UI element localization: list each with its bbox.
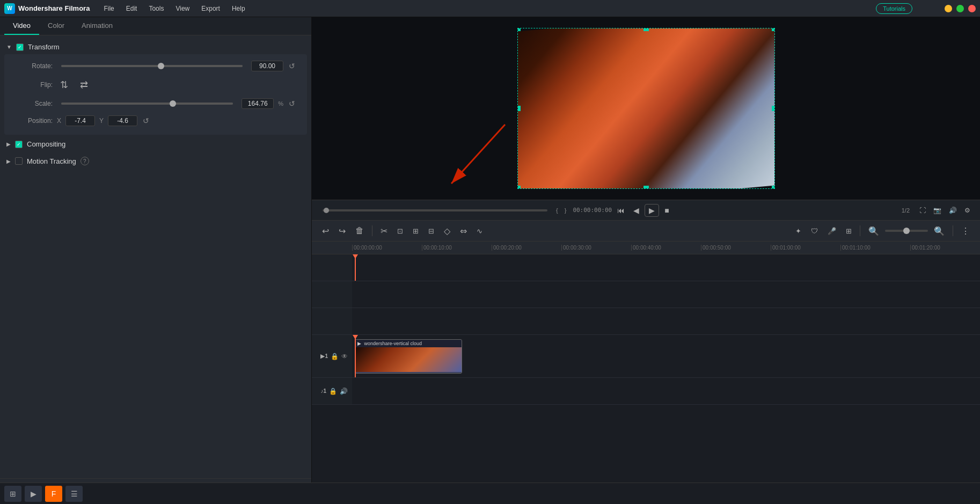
delete-button[interactable]: 🗑: [352, 224, 368, 238]
app-title: Wondershare Filmora: [18, 4, 90, 12]
mic-button[interactable]: 🎤: [824, 225, 840, 237]
minimize-button[interactable]: −: [945, 5, 952, 12]
tab-video[interactable]: Video: [4, 17, 39, 35]
zoom-out-button[interactable]: 🔍: [865, 224, 883, 238]
handle-bottom-mid[interactable]: [643, 186, 649, 189]
position-x[interactable]: [65, 115, 95, 126]
step-back-button[interactable]: ◀: [630, 204, 642, 217]
timeline-scrubber[interactable]: [323, 209, 547, 211]
menu-bar: File Edit Tools View Export Help: [98, 3, 250, 14]
track-area-1[interactable]: [352, 254, 980, 281]
color-button[interactable]: 🛡: [807, 225, 822, 237]
titlebar: W Wondershare Filmora File Edit Tools Vi…: [0, 0, 980, 17]
scale-reset[interactable]: ↺: [288, 98, 296, 109]
skip-back-button[interactable]: ⏮: [614, 204, 628, 217]
zoom-slider[interactable]: [885, 230, 928, 232]
handle-top-right[interactable]: [772, 28, 775, 31]
rotate-reset[interactable]: ↺: [288, 61, 296, 71]
video-track: ▶1 🔒 👁 ▶ wondershare-vertical cloud: [312, 335, 980, 378]
playhead: [355, 254, 356, 281]
marker-button[interactable]: ◇: [440, 224, 454, 238]
transform-content: Rotate: ↺ Flip: ⇅ ⇄: [4, 54, 307, 135]
transition-button[interactable]: ⊞: [842, 225, 855, 237]
video-clip[interactable]: ▶ wondershare-vertical cloud: [355, 339, 462, 374]
fullscreen-button[interactable]: ⛶: [916, 204, 929, 216]
audio-button[interactable]: 🔊: [946, 204, 960, 216]
redo-button[interactable]: ↪: [335, 224, 349, 238]
scale-slider[interactable]: [61, 103, 233, 105]
audio-track: ♪1 🔒 🔊: [312, 378, 980, 405]
zoom-fit-button[interactable]: ⊞: [409, 225, 422, 237]
ruler-mark-1: 00:00:10:00: [422, 245, 492, 251]
menu-file[interactable]: File: [98, 3, 119, 14]
audio-lock-icon[interactable]: 🔒: [329, 388, 337, 395]
ruler-mark-4: 00:00:40:00: [631, 245, 701, 251]
menu-tools[interactable]: Tools: [143, 3, 169, 14]
handle-top-mid[interactable]: [643, 28, 649, 31]
taskbar-browser[interactable]: ▶: [25, 486, 42, 502]
scale-value[interactable]: [242, 98, 274, 109]
maximize-button[interactable]: □: [956, 5, 964, 12]
menu-export[interactable]: Export: [196, 3, 225, 14]
taskbar-app2[interactable]: ☰: [65, 486, 83, 502]
zoom-full-button[interactable]: ⊟: [425, 225, 438, 237]
handle-bottom-right[interactable]: [772, 186, 775, 189]
undo-button[interactable]: ↩: [318, 224, 333, 238]
flip-horizontal-button[interactable]: ⇅: [57, 78, 71, 92]
menu-edit[interactable]: Edit: [121, 3, 143, 14]
position-y[interactable]: [108, 115, 137, 126]
position-group: X Y ↺: [57, 115, 150, 126]
track-area-3[interactable]: [352, 308, 980, 334]
flip-vertical-button[interactable]: ⇄: [77, 78, 91, 92]
transform-section: ▼ ✓ Transform Rotate:: [0, 40, 311, 135]
effects-button[interactable]: ✦: [792, 225, 805, 237]
rotate-slider[interactable]: [61, 65, 243, 67]
close-button[interactable]: ×: [968, 5, 976, 12]
handle-mid-left[interactable]: [517, 106, 521, 111]
audio-track-icon: ♪1: [320, 388, 326, 394]
empty-track-1: [312, 254, 980, 281]
taskbar-app1[interactable]: F: [45, 486, 62, 502]
crop-button[interactable]: ⊡: [393, 225, 407, 237]
handle-top-left[interactable]: [517, 28, 521, 31]
compositing-header[interactable]: ▶ ✓ Compositing: [0, 137, 311, 151]
clip-play-icon: ▶: [357, 341, 361, 346]
video-playhead: [355, 335, 356, 377]
stop-button[interactable]: ■: [661, 204, 672, 217]
handle-bottom-left[interactable]: [517, 186, 521, 189]
compositing-checkbox[interactable]: ✓: [15, 141, 23, 148]
track-area-2[interactable]: [352, 281, 980, 308]
audio-volume-icon[interactable]: 🔊: [340, 388, 348, 395]
cut-button[interactable]: ✂: [377, 224, 391, 238]
handle-mid-right[interactable]: [772, 106, 775, 111]
tab-color[interactable]: Color: [39, 17, 73, 35]
play-button[interactable]: ▶: [645, 204, 659, 217]
tutorials-button[interactable]: Tutorials: [876, 3, 912, 14]
tab-animation[interactable]: Animation: [73, 17, 121, 35]
audio-waveform-button[interactable]: ∿: [473, 225, 486, 237]
menu-icon[interactable]: ☰: [933, 5, 940, 12]
align-button[interactable]: ⇔: [456, 224, 471, 238]
settings-button[interactable]: ⚙: [961, 204, 974, 216]
preview-canvas[interactable]: [517, 28, 775, 189]
menu-help[interactable]: Help: [226, 3, 251, 14]
screenshot-button[interactable]: 📷: [930, 204, 945, 216]
audio-track-controls: ♪1 🔒 🔊: [312, 378, 352, 404]
timeline-settings[interactable]: ⋮: [957, 224, 974, 238]
transform-checkbox[interactable]: ✓: [16, 43, 24, 51]
menu-view[interactable]: View: [170, 3, 195, 14]
eye-icon[interactable]: 👁: [341, 353, 348, 360]
motion-tracking-help-icon[interactable]: ?: [81, 157, 89, 165]
position-reset[interactable]: ↺: [142, 115, 150, 126]
email-icon[interactable]: ✉: [921, 5, 928, 12]
motion-tracking-header[interactable]: ▶ Motion Tracking ?: [0, 154, 311, 169]
zoom-in-button[interactable]: 🔍: [930, 224, 948, 238]
taskbar-start[interactable]: ⊞: [4, 486, 21, 502]
audio-track-area[interactable]: [352, 378, 980, 404]
motion-tracking-checkbox[interactable]: [15, 157, 23, 165]
rotate-value[interactable]: [251, 61, 283, 71]
video-track-area[interactable]: ▶ wondershare-vertical cloud: [352, 335, 980, 377]
lock-icon[interactable]: 🔒: [331, 353, 339, 360]
timecode: 00:00:00:00: [573, 207, 612, 214]
transform-header[interactable]: ▼ ✓ Transform: [0, 40, 311, 54]
